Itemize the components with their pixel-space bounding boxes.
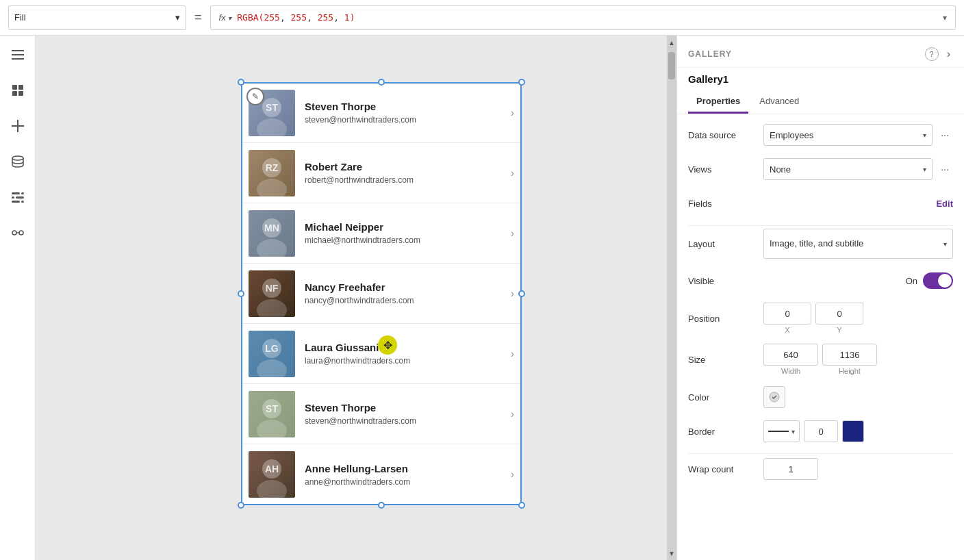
handle-top-center[interactable] (378, 79, 385, 86)
gallery-item-email: anne@northwindtraders.com (305, 477, 505, 487)
gallery-item[interactable]: NF Nancy Freehafer nancy@northwindtrader… (242, 264, 521, 324)
gallery-item-chevron: › (511, 468, 514, 481)
gallery-item-photo: NF (249, 270, 295, 317)
color-row: Color (688, 385, 953, 409)
visible-toggle[interactable] (923, 272, 953, 289)
panel-expand-button[interactable]: › (944, 47, 953, 62)
views-dropdown[interactable]: None ▾ (763, 158, 933, 180)
gallery-item-info: Steven Thorpe steven@northwindtraders.co… (305, 402, 505, 426)
gallery-item-photo: MN (249, 210, 295, 257)
panel-tabs: Properties Advanced (677, 85, 964, 114)
insert-icon[interactable] (7, 115, 29, 137)
size-height-input[interactable] (822, 344, 877, 366)
gallery-container: ✎ ✥ ST Steven Thorpe steven@northwindtra… (241, 82, 522, 505)
handle-top-left[interactable] (238, 79, 244, 86)
gallery-item-photo: AH (249, 451, 295, 498)
fill-dropdown[interactable]: Fill ▾ (8, 5, 186, 30)
svg-rect-5 (12, 91, 17, 96)
border-label: Border (688, 427, 763, 437)
gallery-item[interactable]: MN Michael Neipper michael@northwindtrad… (242, 203, 521, 264)
right-panel: GALLERY ? › Gallery1 Properties Advanced… (676, 36, 964, 560)
gallery-item[interactable]: AH Anne Hellung-Larsen anne@northwindtra… (242, 444, 521, 505)
svg-rect-14 (12, 201, 20, 203)
tab-properties[interactable]: Properties (688, 90, 748, 114)
gallery-item-info: Steven Thorpe steven@northwindtraders.co… (305, 101, 505, 125)
svg-point-16 (12, 231, 16, 235)
gallery-item[interactable]: RZ Robert Zare robert@northwindtraders.c… (242, 143, 521, 203)
svg-point-38 (257, 480, 287, 498)
gallery-item-email: steven@northwindtraders.com (305, 115, 505, 125)
gallery-item[interactable]: LG Laura Giussani laura@northwindtraders… (242, 324, 521, 384)
data-source-dropdown[interactable]: Employees ▾ (763, 124, 933, 146)
tab-advanced[interactable]: Advanced (751, 90, 807, 114)
fields-row: Fields Edit (688, 191, 953, 216)
views-more-button[interactable]: ··· (937, 161, 953, 177)
border-control: ▾ (763, 420, 953, 442)
gallery-edit-icon[interactable]: ✎ (246, 88, 264, 105)
border-line-preview (768, 431, 789, 432)
divider-2 (688, 453, 953, 454)
handle-top-right[interactable] (518, 79, 525, 86)
gallery-item-chevron: › (511, 167, 514, 179)
canvas-area[interactable]: ✎ ✥ ST Steven Thorpe steven@northwindtra… (36, 36, 676, 560)
border-color-swatch[interactable] (842, 420, 864, 442)
fields-control: Edit (763, 199, 953, 209)
position-control: X Y (763, 303, 953, 334)
top-bar: Fill ▾ = fx ▾ RGBA(255, 255, 255, 1) ▾ (0, 0, 964, 36)
avatar-svg: AH (249, 451, 295, 498)
gallery-item[interactable]: ST Steven Thorpe steven@northwindtraders… (242, 384, 521, 444)
visible-label: Visible (688, 276, 763, 286)
avatar-svg: RZ (249, 150, 295, 196)
size-row: Size Width Height (688, 344, 953, 375)
fx-text: fx (219, 12, 226, 23)
visible-toggle-container: On (906, 272, 953, 289)
formula-bar[interactable]: fx ▾ RGBA(255, 255, 255, 1) ▾ (210, 5, 956, 30)
data-icon[interactable] (7, 151, 29, 173)
panel-gallery-name: Gallery1 (677, 68, 964, 85)
fields-edit-link[interactable]: Edit (936, 199, 953, 209)
data-source-more-button[interactable]: ··· (937, 127, 953, 143)
svg-point-17 (19, 231, 23, 235)
border-line-dropdown[interactable]: ▾ (763, 420, 800, 442)
size-width-input[interactable] (763, 344, 818, 366)
visible-toggle-label: On (906, 276, 917, 286)
canvas-scrollbar[interactable]: ▲ ▼ (667, 36, 676, 560)
controls-icon[interactable] (7, 186, 29, 208)
handle-bottom-right[interactable] (518, 502, 525, 509)
svg-point-35 (257, 420, 287, 437)
handle-mid-right[interactable] (518, 290, 525, 297)
layout-dropdown[interactable]: Image, title, and subtitle ▾ (763, 229, 953, 259)
tools-icon[interactable] (7, 222, 29, 244)
panel-header: GALLERY ? › (677, 36, 964, 68)
scroll-down-arrow[interactable]: ▼ (667, 546, 676, 560)
formula-expand-icon[interactable]: ▾ (943, 13, 947, 23)
wrap-count-input[interactable] (763, 458, 818, 480)
size-height-group: Height (822, 344, 877, 375)
layout-control: Image, title, and subtitle ▾ (763, 229, 953, 259)
color-swatch[interactable] (763, 386, 785, 408)
position-y-input[interactable] (815, 303, 863, 324)
layout-chevron: ▾ (943, 240, 947, 249)
gallery-item-name: Robert Zare (305, 161, 505, 173)
menu-icon[interactable] (7, 44, 29, 66)
gallery-item[interactable]: ST Steven Thorpe steven@northwindtraders… (242, 83, 521, 143)
layers-icon[interactable] (7, 79, 29, 101)
svg-point-20 (257, 118, 287, 136)
handle-bottom-center[interactable] (378, 502, 385, 509)
panel-help-button[interactable]: ? (925, 47, 939, 61)
handle-mid-left[interactable] (238, 290, 244, 297)
svg-point-26 (257, 239, 287, 257)
border-width-input[interactable] (804, 420, 838, 442)
scroll-thumb[interactable] (668, 52, 675, 79)
handle-bottom-left[interactable] (238, 502, 244, 509)
svg-point-29 (257, 299, 287, 317)
position-x-input[interactable] (763, 303, 811, 324)
gallery-item-photo: LG (249, 331, 295, 377)
views-label: Views (688, 164, 763, 175)
left-sidebar (0, 36, 36, 560)
svg-point-9 (12, 156, 23, 160)
scroll-up-arrow[interactable]: ▲ (667, 36, 676, 49)
data-source-chevron: ▾ (923, 131, 926, 139)
gallery-item-chevron: › (511, 107, 514, 119)
gallery-item-chevron: › (511, 227, 514, 240)
